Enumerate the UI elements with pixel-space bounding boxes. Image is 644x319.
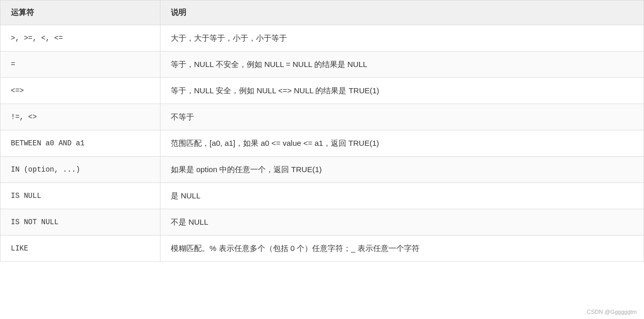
table-row: IS NOT NULL不是 NULL [1,209,644,236]
operator-cell: BETWEEN a0 AND a1 [1,130,160,157]
table-row: =等于，NULL 不安全，例如 NULL = NULL 的结果是 NULL [1,52,644,78]
operator-cell: IS NOT NULL [1,209,160,236]
description-cell: 大于，大于等于，小于，小于等于 [160,25,644,52]
watermark: CSDN @Ggggggtm [587,309,637,315]
table-row: LIKE模糊匹配。% 表示任意多个（包括 0 个）任意字符；_ 表示任意一个字符 [1,236,644,262]
operator-cell: !=, <> [1,104,160,130]
operator-cell: <=> [1,78,160,104]
table-row: <=>等于，NULL 安全，例如 NULL <=> NULL 的结果是 TRUE… [1,78,644,104]
description-cell: 如果是 option 中的任意一个，返回 TRUE(1) [160,157,644,183]
description-cell: 不是 NULL [160,209,644,236]
description-cell: 是 NULL [160,183,644,209]
table-row: !=, <>不等于 [1,104,644,130]
table-header-row: 运算符 说明 [1,1,644,25]
operator-cell: IN (option, ...) [1,157,160,183]
table-row: >, >=, <, <=大于，大于等于，小于，小于等于 [1,25,644,52]
operator-cell: IS NULL [1,183,160,209]
description-cell: 范围匹配，[a0, a1]，如果 a0 <= value <= a1，返回 TR… [160,130,644,157]
table-container: 运算符 说明 >, >=, <, <=大于，大于等于，小于，小于等于=等于，NU… [0,0,644,319]
operators-table: 运算符 说明 >, >=, <, <=大于，大于等于，小于，小于等于=等于，NU… [0,0,644,262]
operator-cell: >, >=, <, <= [1,25,160,52]
description-cell: 模糊匹配。% 表示任意多个（包括 0 个）任意字符；_ 表示任意一个字符 [160,236,644,262]
operator-cell: LIKE [1,236,160,262]
description-cell: 不等于 [160,104,644,130]
header-operator: 运算符 [1,1,160,25]
table-row: BETWEEN a0 AND a1范围匹配，[a0, a1]，如果 a0 <= … [1,130,644,157]
description-cell: 等于，NULL 安全，例如 NULL <=> NULL 的结果是 TRUE(1) [160,78,644,104]
table-row: IN (option, ...)如果是 option 中的任意一个，返回 TRU… [1,157,644,183]
description-cell: 等于，NULL 不安全，例如 NULL = NULL 的结果是 NULL [160,52,644,78]
table-row: IS NULL是 NULL [1,183,644,209]
header-description: 说明 [160,1,644,25]
operator-cell: = [1,52,160,78]
